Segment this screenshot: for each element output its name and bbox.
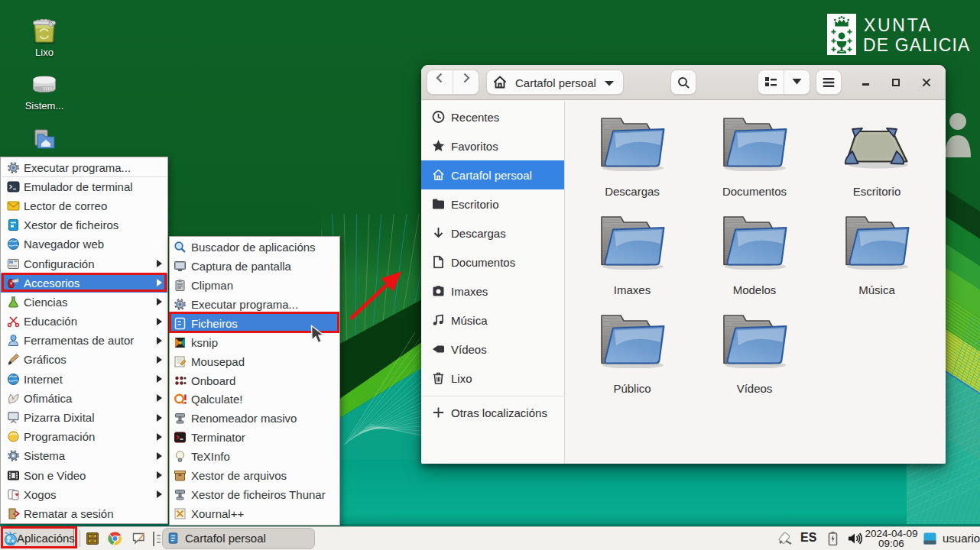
svg-text:DE GALICIA: DE GALICIA (863, 35, 971, 55)
svg-text:XUNTA: XUNTA (864, 15, 933, 35)
